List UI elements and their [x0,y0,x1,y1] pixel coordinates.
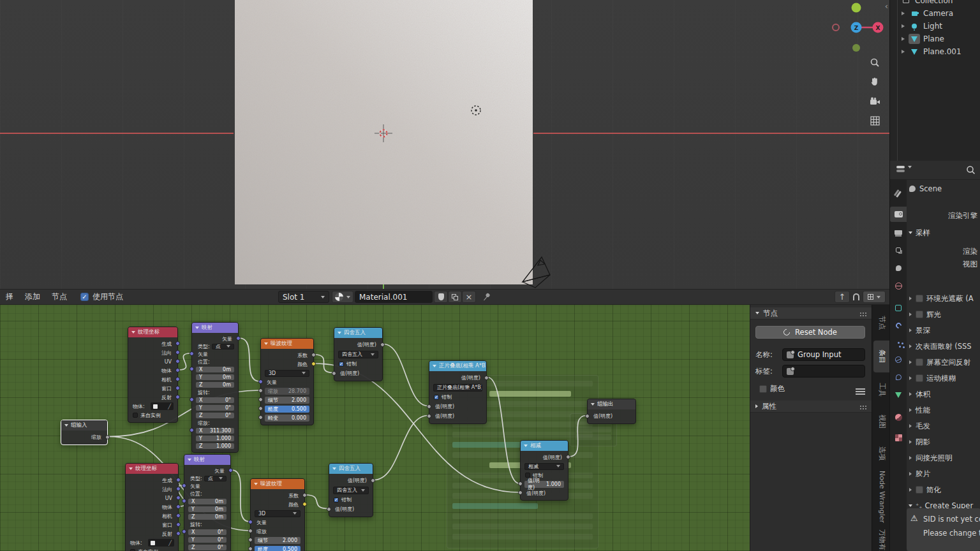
socket-系数[interactable] [302,493,307,497]
value-slider[interactable]: Y0m [188,506,226,512]
node-row-矢量[interactable]: 矢量 [192,350,238,358]
socket-法向[interactable] [175,350,180,355]
node-row-值(明度)[interactable]: 值(明度) [429,411,486,421]
node-noise-texture-1[interactable]: 噪波纹理系数颜色3D矢量缩放28.700细节2.000糙度0.500畸变0.00… [260,338,314,425]
socket-相机[interactable] [175,377,180,381]
panel-checkbox[interactable] [916,374,923,382]
node-row-X[interactable]: X0° [192,396,238,404]
socket-生成[interactable] [176,478,181,482]
insert-into-group-button[interactable]: ↑ [835,291,850,303]
pin-icon[interactable] [480,291,493,304]
panel-运动模糊[interactable]: 运动模糊 [908,372,979,385]
node-group-output[interactable]: 组输出值(明度) [587,399,636,424]
node-row-钳制[interactable]: ✓钳制 [429,392,486,402]
socket-窗口[interactable] [175,386,180,390]
node-row-值(明度)[interactable]: 值(明度) [429,373,486,383]
dropdown[interactable]: 正片叠底(相乘 A*B) [433,384,482,392]
value-slider[interactable]: 畸变0.000 [265,415,309,422]
dropdown[interactable]: 四舍五入 [333,487,369,494]
properties-tab-material[interactable] [890,409,907,425]
node-row-窗口[interactable]: 窗口 [128,384,177,393]
node-section-header[interactable]: 节点 [750,307,872,320]
node-row-窗口[interactable]: 窗口 [126,520,178,529]
node-row-3D[interactable]: 3D [261,369,313,378]
value-slider[interactable]: X0° [188,529,226,535]
panel-checkbox[interactable] [916,486,923,494]
node-row-系数[interactable]: 系数 [251,491,304,500]
camera-view-button[interactable] [866,93,883,110]
socket-系数[interactable] [311,353,316,357]
material-name-field[interactable]: Material.001 [355,291,433,303]
value-slider[interactable]: X311.300 [196,428,234,434]
node-math-round-1[interactable]: 四舍五入值(明度)四舍五入✓钳制值(明度) [334,327,383,381]
node-row-钳制[interactable]: ✓钳制 [334,359,382,369]
panel-checkbox[interactable] [916,311,923,318]
node-row-矢量[interactable]: 矢量 [184,467,230,474]
socket-值(明度)[interactable] [566,455,570,459]
node-row-相减[interactable]: 相减 [521,462,568,471]
node-row-X[interactable]: X0m [184,497,230,505]
value-slider[interactable]: X0m [188,499,226,504]
panel-checkbox[interactable] [916,358,923,366]
node-row-生成[interactable]: 生成 [128,339,177,348]
node-row-类型:[interactable]: 类型:点 [184,474,230,482]
properties-tab-texture[interactable] [890,430,907,445]
sidebar-tab-条目[interactable]: 条目 [873,341,889,372]
node-header[interactable]: 四舍五入 [329,464,373,474]
properties-tab-world[interactable] [890,278,907,293]
node-row-X[interactable]: X0m [192,365,238,373]
value-slider[interactable]: 细节2.000 [255,537,301,544]
panel-辉光[interactable]: 辉光 [908,308,979,321]
grid-ortho-button[interactable] [866,112,883,129]
node-row-Y[interactable]: Y0° [192,404,238,411]
node-row-值(明度)[interactable]: 值(明度)1.000 [521,480,568,489]
value-slider[interactable]: 糙度0.500 [255,546,301,551]
node-row-UV[interactable]: UV [126,494,178,503]
object-field[interactable]: ╱ [151,402,174,410]
socket-畸变[interactable] [258,415,263,420]
socket-矢量[interactable] [189,351,194,356]
unlink-material-button[interactable]: × [462,291,476,303]
node-mapping-1[interactable]: 映射矢量类型:点矢量位置:X0mY0mZ0m旋转:X0°Y0°Z0°缩放:X31… [191,322,239,453]
node-texture-coordinate-2[interactable]: 纹理坐标生成法向UV物体相机窗口反射物体:╱来自实例 [125,463,179,551]
node-row-值(明度)[interactable]: 值(明度) [521,453,568,462]
panel-胶片[interactable]: 胶片 [908,467,979,480]
socket-值(明度)[interactable] [484,376,489,380]
socket-矢量[interactable] [248,520,253,524]
node-row-X[interactable]: X0° [184,528,230,536]
panel-阴影[interactable]: 阴影 [908,436,979,448]
node-row-来自实例[interactable]: 来自实例 [128,411,177,420]
sidebar-tab-视图[interactable]: 视图 [873,407,889,436]
dropdown[interactable]: 相减 [524,463,564,470]
value-slider[interactable]: Z0m [188,514,226,520]
node-row-Z[interactable]: Z0° [192,411,238,419]
outliner-item-collection[interactable]: Collection [890,0,980,7]
node-row-矢量[interactable]: 矢量 [192,335,238,342]
node-noise-texture-2[interactable]: 噪波纹理系数颜色3D矢量缩放细节2.000糙度0.500畸变0.000 [250,478,305,551]
socket-细节[interactable] [248,538,253,542]
node-header[interactable]: 四舍五入 [334,328,382,338]
outliner-item-light[interactable]: Light [890,20,980,33]
node-row-值(明度)[interactable]: 值(明度) [329,504,373,514]
socket-相机[interactable] [176,513,181,518]
node-row-缩放[interactable]: 缩放 [251,527,304,536]
value-slider[interactable]: Z0° [196,413,234,418]
breadcrumb[interactable]: Scene [908,182,979,195]
value-slider[interactable]: Z0m [196,382,234,388]
node-row-值(明度)[interactable]: 值(明度) [334,369,382,378]
triangle-right-icon[interactable] [902,24,905,28]
panel-次表面散射-SSS[interactable]: 次表面散射 (SSS [908,340,979,353]
dropdown[interactable]: 四舍五入 [338,351,378,358]
presets-menu-icon[interactable] [858,388,865,390]
menu-node[interactable]: 节点 [46,291,73,302]
navigation-gizmo[interactable]: Z X [829,1,886,54]
node-row-矢量[interactable]: 矢量 [184,482,230,490]
value-slider[interactable]: X0m [196,367,234,372]
socket-矢量[interactable] [182,483,186,488]
node-row-相机[interactable]: 相机 [128,375,177,384]
node-header[interactable]: 映射 [184,455,230,465]
color-checkbox[interactable] [759,385,767,393]
node-row-钳制[interactable]: ✓钳制 [329,495,373,504]
node-label-field[interactable] [782,365,865,378]
node-math-multiply[interactable]: 正片叠底(相乘 A*B)值(明度)正片叠底(相乘 A*B)✓钳制值(明度)值(明… [429,360,487,424]
